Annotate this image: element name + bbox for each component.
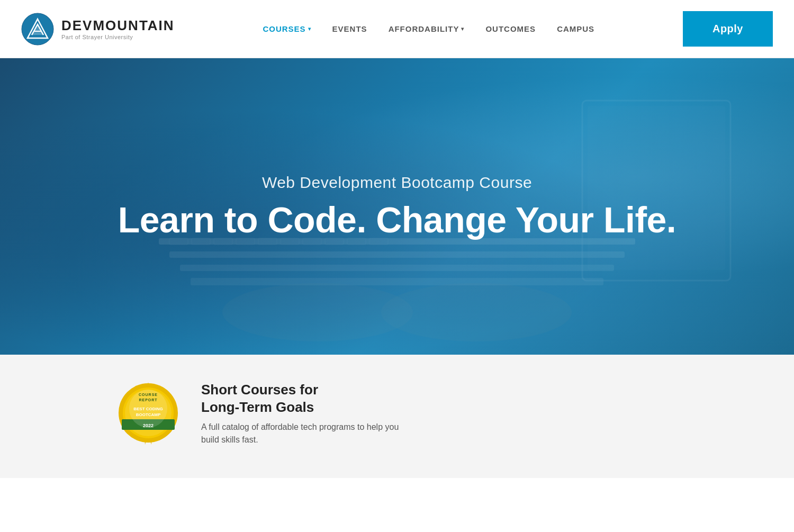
svg-text:BOOTCAMP: BOOTCAMP: [136, 412, 161, 417]
hero-title: Learn to Code. Change Your Life.: [118, 200, 676, 240]
affordability-arrow-icon: ▾: [461, 26, 464, 32]
svg-text:REPORT: REPORT: [139, 398, 157, 402]
course-report-badge: COURSE REPORT BEST CODING BOOTCAMP 2022: [116, 381, 180, 445]
hero-section: Web Development Bootcamp Course Learn to…: [0, 58, 794, 355]
svg-text:BEST CODING: BEST CODING: [133, 407, 163, 411]
logo-text: DEVMOUNTAIN Part of Strayer University: [61, 17, 175, 40]
hero-content: Web Development Bootcamp Course Learn to…: [0, 58, 794, 355]
badge-container: COURSE REPORT BEST CODING BOOTCAMP 2022: [116, 381, 180, 445]
below-hero-section: COURSE REPORT BEST CODING BOOTCAMP 2022 …: [0, 355, 794, 478]
main-nav: COURSES ▾ EVENTS AFFORDABILITY ▾ OUTCOME…: [263, 24, 594, 33]
nav-campus[interactable]: CAMPUS: [557, 24, 594, 33]
logo-name: DEVMOUNTAIN: [61, 17, 175, 34]
logo-icon: [21, 13, 54, 46]
below-description: A full catalog of affordable tech progra…: [201, 421, 402, 446]
header: DEVMOUNTAIN Part of Strayer University C…: [0, 0, 794, 58]
courses-arrow-icon: ▾: [308, 26, 311, 32]
nav-courses[interactable]: COURSES ▾: [263, 24, 311, 33]
below-text: Short Courses for Long-Term Goals A full…: [201, 381, 402, 446]
logo-sub: Part of Strayer University: [61, 34, 175, 40]
svg-text:2022: 2022: [143, 423, 154, 428]
logo[interactable]: DEVMOUNTAIN Part of Strayer University: [21, 13, 175, 46]
svg-text:COURSE: COURSE: [139, 393, 158, 396]
nav-events[interactable]: EVENTS: [332, 24, 367, 33]
below-heading: Short Courses for Long-Term Goals: [201, 381, 402, 416]
nav-affordability[interactable]: AFFORDABILITY ▾: [389, 24, 465, 33]
nav-outcomes[interactable]: OUTCOMES: [485, 24, 536, 33]
hero-subtitle: Web Development Bootcamp Course: [262, 174, 532, 192]
apply-button[interactable]: Apply: [683, 11, 773, 47]
